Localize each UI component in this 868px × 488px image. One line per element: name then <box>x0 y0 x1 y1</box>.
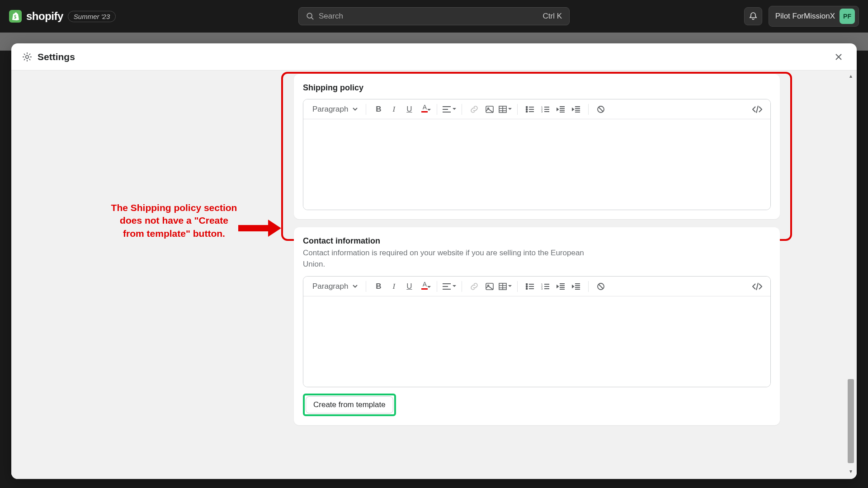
code-icon <box>752 283 762 290</box>
bullet-list-icon <box>526 283 534 290</box>
chevron-down-icon <box>353 285 358 288</box>
outdent-icon <box>557 106 565 113</box>
text-color-button[interactable]: A <box>418 280 431 293</box>
text-color-button[interactable]: A <box>418 103 431 116</box>
link-button[interactable] <box>467 280 481 293</box>
code-view-button[interactable] <box>750 280 764 293</box>
format-label: Paragraph <box>312 105 348 114</box>
topbar: shopify Summer '23 Ctrl K Pilot ForMissi… <box>0 0 868 33</box>
settings-modal: Settings The Shipping policy section doe… <box>11 43 857 479</box>
indent-button[interactable] <box>569 103 583 116</box>
editor-toolbar: Paragraph B I U A <box>303 99 770 119</box>
rich-text-editor: Paragraph B I U A <box>303 276 771 387</box>
annotation-callout: The Shipping policy section does not hav… <box>111 202 237 240</box>
chevron-down-icon <box>508 108 512 110</box>
avatar: PF <box>840 9 855 24</box>
table-icon <box>499 106 507 113</box>
topbar-right: Pilot ForMissionX PF <box>744 6 859 27</box>
table-button[interactable] <box>498 103 512 116</box>
scroll-down-icon[interactable]: ▾ <box>847 467 855 475</box>
outdent-button[interactable] <box>554 280 567 293</box>
number-list-icon: 123 <box>541 283 549 290</box>
search-wrap: Ctrl K <box>298 7 570 25</box>
create-from-template-button[interactable]: Create from template <box>306 396 393 413</box>
scrollbar[interactable]: ▴ ▾ <box>847 72 855 475</box>
image-button[interactable] <box>483 103 496 116</box>
svg-point-1 <box>26 55 29 58</box>
outdent-button[interactable] <box>554 103 567 116</box>
code-view-button[interactable] <box>750 103 764 116</box>
link-icon <box>470 282 478 291</box>
format-select[interactable]: Paragraph <box>310 105 360 114</box>
highlight-frame-green: Create from template <box>303 394 396 416</box>
underline-button[interactable]: U <box>402 280 416 293</box>
search-box[interactable]: Ctrl K <box>298 7 570 25</box>
number-list-icon: 123 <box>541 106 549 113</box>
number-list-button[interactable]: 123 <box>538 280 552 293</box>
align-button[interactable] <box>443 103 456 116</box>
modal-header: Settings <box>11 43 857 70</box>
svg-point-17 <box>526 288 528 289</box>
editor-toolbar: Paragraph B I U A <box>303 277 770 296</box>
bold-button[interactable]: B <box>372 103 385 116</box>
editor-textarea[interactable] <box>303 119 770 210</box>
separator <box>588 104 589 115</box>
link-button[interactable] <box>467 103 481 116</box>
indent-icon <box>572 106 580 113</box>
card-subtitle: Contact information is required on your … <box>303 248 592 270</box>
svg-point-5 <box>526 106 528 108</box>
separator <box>462 104 462 115</box>
align-button[interactable] <box>443 280 456 293</box>
link-icon <box>470 105 478 113</box>
bullet-list-button[interactable] <box>523 103 537 116</box>
edition-badge: Summer '23 <box>68 11 116 22</box>
indent-button[interactable] <box>569 280 583 293</box>
scroll-thumb[interactable] <box>848 379 854 463</box>
card-title: Contact information <box>303 236 771 246</box>
italic-button[interactable]: I <box>387 103 401 116</box>
separator <box>437 281 437 292</box>
bold-button[interactable]: B <box>372 280 385 293</box>
svg-point-6 <box>526 108 528 110</box>
number-list-button[interactable]: 123 <box>538 103 552 116</box>
image-button[interactable] <box>483 280 496 293</box>
align-icon <box>443 106 451 113</box>
clear-format-button[interactable] <box>594 280 608 293</box>
search-shortcut: Ctrl K <box>543 12 562 21</box>
account-menu[interactable]: Pilot ForMissionX PF <box>769 6 859 27</box>
editor-textarea[interactable] <box>303 296 770 387</box>
image-icon <box>486 283 494 290</box>
close-button[interactable] <box>831 50 846 64</box>
italic-button[interactable]: I <box>387 280 401 293</box>
rich-text-editor: Paragraph B I U A <box>303 99 771 210</box>
underline-button[interactable]: U <box>402 103 416 116</box>
chevron-down-icon <box>508 285 512 287</box>
svg-text:3: 3 <box>541 110 543 113</box>
close-icon <box>835 53 842 61</box>
no-icon <box>597 105 605 113</box>
search-input[interactable] <box>319 12 538 21</box>
format-select[interactable]: Paragraph <box>310 282 360 291</box>
table-button[interactable] <box>498 280 512 293</box>
clear-format-button[interactable] <box>594 103 608 116</box>
arrow-icon <box>238 220 281 237</box>
user-name: Pilot ForMissionX <box>775 12 835 21</box>
table-icon <box>499 283 507 290</box>
format-label: Paragraph <box>312 282 348 291</box>
svg-point-7 <box>526 111 528 112</box>
bullet-list-button[interactable] <box>523 280 537 293</box>
scroll-up-icon[interactable]: ▴ <box>847 72 855 80</box>
notifications-button[interactable] <box>744 7 762 25</box>
chevron-down-icon <box>353 108 358 111</box>
no-icon <box>597 282 605 291</box>
bell-icon <box>749 12 758 21</box>
brand-text: shopify <box>26 10 63 23</box>
modal-body: The Shipping policy section does not hav… <box>11 70 857 479</box>
card-title: Shipping policy <box>303 83 771 93</box>
brand-group: shopify Summer '23 <box>9 10 116 23</box>
modal-title: Settings <box>38 52 75 62</box>
gear-icon <box>22 52 32 62</box>
outdent-icon <box>557 283 565 290</box>
chevron-down-icon <box>427 286 431 288</box>
search-icon <box>306 12 314 20</box>
